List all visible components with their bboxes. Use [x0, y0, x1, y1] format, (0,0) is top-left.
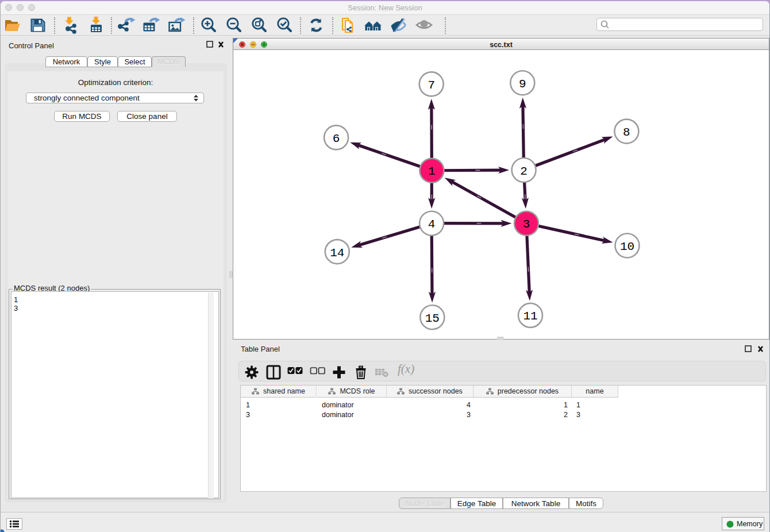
svg-text:15: 15: [425, 312, 440, 325]
svg-text:10: 10: [620, 240, 634, 253]
svg-text:9: 9: [519, 78, 526, 91]
svg-text:11: 11: [523, 310, 537, 323]
svg-text:7: 7: [428, 79, 435, 92]
svg-text:6: 6: [333, 132, 340, 145]
svg-text:14: 14: [330, 246, 344, 260]
svg-text:2: 2: [520, 165, 528, 178]
svg-text:8: 8: [623, 126, 630, 139]
svg-text:1: 1: [428, 165, 436, 178]
svg-text:4: 4: [428, 218, 436, 231]
svg-text:3: 3: [523, 218, 530, 231]
